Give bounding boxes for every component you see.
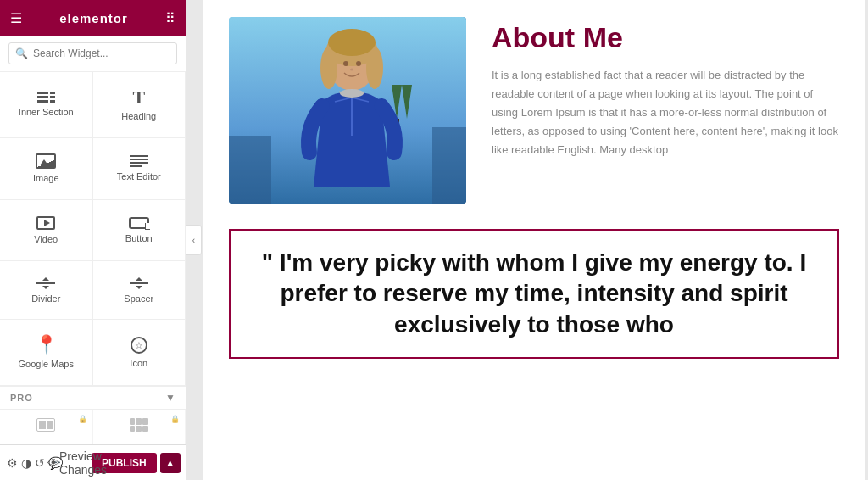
page-canvas: About Me It is a long established fact t… <box>203 0 865 480</box>
widget-button-label: Button <box>125 233 153 243</box>
spacer-icon <box>130 277 148 289</box>
button-icon <box>129 217 149 229</box>
about-text-area: About Me It is a long established fact t… <box>492 17 839 159</box>
preview-icon[interactable]: 👁 Preview Changes <box>66 452 88 474</box>
widget-image[interactable]: Image <box>0 138 93 201</box>
main-content: ‹ <box>186 0 868 480</box>
widget-icon-label: Icon <box>130 358 147 368</box>
pro-widget-grid: 🔒 🔒 <box>0 410 186 444</box>
quote-text: " I'm very picky with whom I give my ene… <box>256 248 812 340</box>
pro-label: PRO <box>10 393 33 403</box>
widget-video[interactable]: Video <box>0 200 93 261</box>
widget-divider[interactable]: Divider <box>0 261 93 321</box>
widget-icon[interactable]: ☆ Icon <box>93 320 186 386</box>
pro-chevron-icon: ▼ <box>165 392 175 404</box>
about-description: It is a long established fact that a rea… <box>492 66 839 159</box>
svg-rect-1 <box>229 136 271 204</box>
search-icon: 🔍 <box>15 47 28 59</box>
svg-point-9 <box>328 29 376 56</box>
sidebar: ☰ elementor ⠿ 🔍 Inner Section T Heading <box>0 0 186 480</box>
quote-section: " I'm very picky with whom I give my ene… <box>229 229 839 359</box>
svg-point-14 <box>340 89 364 98</box>
widget-grid: Inner Section T Heading Image <box>0 72 186 387</box>
pro-widget-1-icon <box>36 418 55 432</box>
heading-icon: T <box>132 88 145 107</box>
about-title: About Me <box>492 21 839 54</box>
widget-heading[interactable]: T Heading <box>93 72 186 138</box>
pro-widget-1[interactable]: 🔒 <box>0 410 93 444</box>
widget-text-editor[interactable]: Text Editor <box>93 138 186 201</box>
maps-icon: 📍 <box>35 336 58 354</box>
app-logo: elementor <box>59 11 128 25</box>
widget-spacer-label: Spacer <box>124 293 153 304</box>
inner-section-icon <box>37 92 55 103</box>
icon-widget-icon: ☆ <box>131 337 147 354</box>
theme-icon[interactable]: ◑ <box>21 452 31 474</box>
widget-search-area: 🔍 <box>0 36 186 72</box>
pro-widget-2-icon <box>130 418 148 432</box>
svg-point-10 <box>343 61 348 66</box>
widget-image-label: Image <box>33 173 59 183</box>
divider-icon <box>36 277 55 289</box>
pro-widget-2[interactable]: 🔒 <box>93 410 186 444</box>
grid-icon[interactable]: ⠿ <box>165 10 175 26</box>
svg-point-11 <box>356 61 361 66</box>
collapse-sidebar-button[interactable]: ‹ <box>186 225 202 255</box>
widget-divider-label: Divider <box>31 293 60 304</box>
about-section: About Me It is a long established fact t… <box>203 0 865 220</box>
widget-inner-section-label: Inner Section <box>19 107 74 117</box>
widget-text-editor-label: Text Editor <box>117 171 161 181</box>
history-icon[interactable]: ↺ <box>35 452 45 474</box>
widget-heading-label: Heading <box>121 111 156 121</box>
preview-tooltip: Preview Changes <box>59 449 107 477</box>
widget-google-maps[interactable]: 📍 Google Maps <box>0 320 93 386</box>
svg-point-12 <box>350 69 353 71</box>
widget-video-label: Video <box>34 234 58 244</box>
video-icon <box>36 216 55 230</box>
sidebar-header: ☰ elementor ⠿ <box>0 0 186 36</box>
settings-icon[interactable]: ⚙ <box>7 452 18 474</box>
widget-spacer[interactable]: Spacer <box>93 261 186 321</box>
svg-rect-2 <box>432 127 466 204</box>
hamburger-icon[interactable]: ☰ <box>10 10 22 26</box>
publish-arrow-button[interactable]: ▲ <box>160 453 181 473</box>
about-image <box>229 17 466 204</box>
lock-icon-1: 🔒 <box>78 415 87 423</box>
pro-section[interactable]: PRO ▼ <box>0 387 186 410</box>
widget-button[interactable]: Button <box>93 200 186 261</box>
search-input[interactable] <box>8 42 177 64</box>
lock-icon-2: 🔒 <box>170 415 180 423</box>
image-icon <box>36 153 56 169</box>
text-editor-icon <box>130 155 148 167</box>
widget-inner-section[interactable]: Inner Section <box>0 72 93 138</box>
svg-point-8 <box>366 47 383 89</box>
eye-icon: 👁 <box>47 456 59 470</box>
svg-point-7 <box>320 47 337 89</box>
sidebar-bottom-bar: ⚙ ◑ ↺ 💬 👁 Preview Changes PUBLISH ▲ <box>0 444 186 480</box>
widget-google-maps-label: Google Maps <box>19 359 74 369</box>
